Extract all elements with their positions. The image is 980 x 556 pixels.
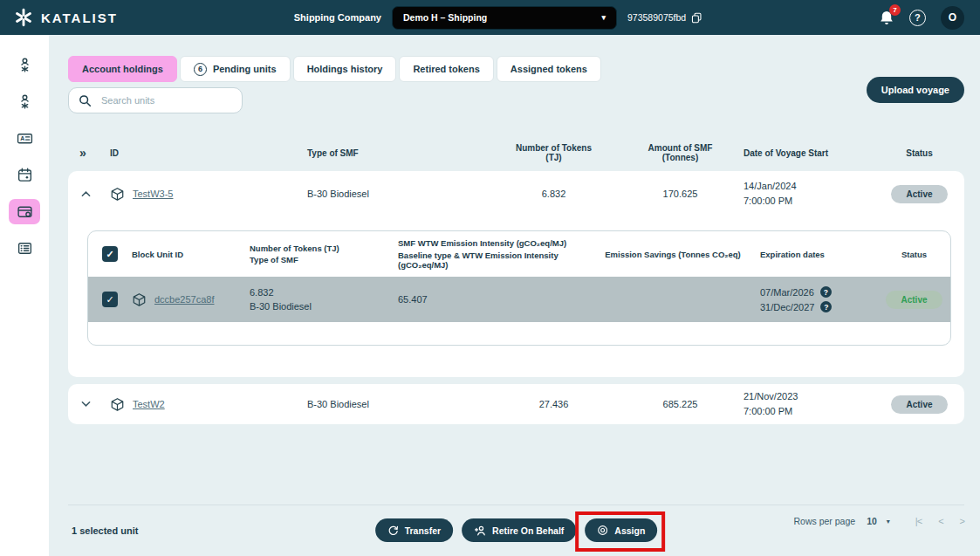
transfer-icon — [387, 525, 399, 536]
help-icon[interactable]: ? — [909, 10, 926, 26]
tab-assigned-tokens[interactable]: Assigned tokens — [497, 56, 601, 82]
row-checkbox[interactable]: ✓ — [102, 292, 118, 307]
sidebar-item-members-user-icon[interactable] — [9, 89, 40, 114]
tab-retired-tokens[interactable]: Retired tokens — [399, 56, 493, 82]
col-intensity: SMF WTW Emission Intensity (gCO₂eq/MJ) B… — [398, 237, 586, 272]
upload-voyage-button[interactable]: Upload voyage — [867, 77, 964, 103]
cell-date-line1: 14/Jan/2024 — [744, 181, 797, 191]
svg-text:A: A — [20, 135, 24, 141]
tab-bar: Account holdings 6 Pending units Holding… — [68, 56, 964, 82]
block-units-header: ✓ Block Unit ID Number of Tokens (TJ) Ty… — [88, 231, 950, 277]
block-unit-id-link[interactable]: dccbe257ca8f — [154, 294, 215, 305]
sidebar-item-calendar-icon[interactable] — [9, 162, 40, 188]
sidebar-item-emissions-user-icon[interactable] — [9, 52, 40, 78]
status-badge: Active — [891, 395, 947, 414]
company-selected-value: Demo H – Shipping — [403, 12, 487, 23]
cell-intensity: 65.407 — [398, 294, 586, 305]
col-type: Type of SMF — [307, 148, 490, 158]
expand-all-icon[interactable]: » — [68, 146, 110, 160]
collapse-row-chevron-up-icon[interactable] — [68, 190, 110, 197]
tab-account-holdings[interactable]: Account holdings — [68, 56, 177, 82]
expiration-date-1: 07/Mar/2026 — [760, 287, 814, 298]
top-header: KATALIST Shipping Company Demo H – Shipp… — [0, 0, 980, 35]
expand-row-chevron-down-icon[interactable] — [68, 401, 110, 408]
user-avatar[interactable]: O — [941, 6, 964, 30]
transfer-button[interactable]: Transfer — [375, 518, 453, 542]
unit-cube-icon — [110, 397, 125, 412]
status-badge: Active — [891, 185, 947, 203]
col-tokens-line1: Number of Tokens — [516, 143, 592, 153]
table-row: TestW2 B-30 Biodiesel 27.436 685.225 21/… — [68, 384, 964, 424]
unit-cube-icon — [132, 292, 147, 307]
retire-on-behalf-button[interactable]: Retire On Behalf — [462, 518, 576, 542]
account-id-value: 973589075fbd — [627, 12, 686, 23]
chevron-down-icon: ▾ — [601, 13, 606, 22]
rows-per-page-value[interactable]: 10 — [867, 516, 877, 526]
tab-label: Holdings history — [307, 64, 383, 74]
table-row: TestW3-5 B-30 Biodiesel 6.832 170.625 14… — [68, 171, 964, 377]
unit-id-link[interactable]: TestW3-5 — [133, 189, 173, 199]
cell-date-line2: 7:00:00 PM — [744, 406, 792, 416]
previous-page-icon[interactable]: < — [938, 516, 942, 526]
col-amount-line1: Amount of SMF — [648, 143, 713, 153]
col-sub-tokens-line2: Type of SMF — [250, 255, 398, 264]
company-select-dropdown[interactable]: Demo H – Shipping ▾ — [392, 6, 617, 30]
expiration-help-icon[interactable]: ? — [820, 301, 832, 312]
col-savings: Emission Savings (Tonnes CO₂eq) — [586, 250, 760, 259]
rows-per-page-label: Rows per page — [794, 516, 856, 526]
retire-person-icon — [474, 525, 486, 537]
katalist-logo-icon — [14, 8, 33, 27]
brand-name: KATALIST — [41, 10, 118, 25]
col-date: Date of Voyage Start — [744, 148, 874, 158]
cell-date: 21/Nov/2023 7:00:00 PM — [744, 389, 874, 419]
cell-sub-tokens: 6.832 — [250, 287, 398, 298]
rows-per-page-caret-icon[interactable]: ▾ — [887, 518, 890, 525]
notification-count-badge: 7 — [889, 4, 901, 16]
select-all-checkbox[interactable]: ✓ — [102, 246, 118, 262]
block-units-card: ✓ Block Unit ID Number of Tokens (TJ) Ty… — [87, 230, 951, 346]
first-page-icon[interactable]: |< — [915, 516, 922, 526]
assign-button[interactable]: Assign — [585, 518, 657, 542]
col-tokens-line2: (TJ) — [545, 153, 561, 162]
pending-count-badge: 6 — [194, 63, 207, 76]
cell-amount: 170.625 — [617, 189, 744, 199]
expiration-help-icon[interactable]: ? — [820, 286, 832, 298]
cell-type: B-30 Biodiesel — [307, 399, 490, 409]
assign-label: Assign — [614, 525, 645, 536]
copy-icon[interactable] — [691, 12, 702, 24]
col-amount: Amount of SMF (Tonnes) — [617, 143, 744, 162]
col-sub-tokens: Number of Tokens (TJ) Type of SMF — [250, 241, 398, 267]
tab-pending-units[interactable]: 6 Pending units — [180, 56, 291, 82]
block-unit-row-selected: ✓ dccbe257ca8f 6.832 B-30 Biodiesel 6 — [88, 277, 950, 322]
sidebar-item-holdings-wallet-icon[interactable] — [9, 199, 40, 224]
tab-label: Assigned tokens — [511, 64, 587, 74]
next-page-icon[interactable]: > — [960, 516, 964, 526]
cell-tokens: 6.832 — [490, 189, 617, 199]
sidebar-item-id-card-icon[interactable]: A — [9, 126, 40, 151]
company-type-label: Shipping Company — [294, 12, 381, 23]
cell-date-line1: 21/Nov/2023 — [744, 391, 798, 402]
tab-label: Retired tokens — [413, 64, 479, 74]
notifications-bell-icon[interactable]: 7 — [879, 10, 894, 26]
left-sidebar: A — [0, 35, 49, 556]
bulk-actions: Transfer Retire On Behalf — [375, 518, 658, 542]
cell-tokens: 27.436 — [490, 399, 617, 409]
expiration-date-2: 31/Dec/2027 — [760, 302, 814, 312]
tab-holdings-history[interactable]: Holdings history — [293, 56, 397, 82]
table-header: » ID Type of SMF Number of Tokens (TJ) A… — [68, 136, 964, 171]
unit-id-link[interactable]: TestW2 — [133, 399, 165, 409]
cell-sub-type: B-30 Biodiesel — [250, 301, 398, 312]
cell-date-line2: 7:00:00 PM — [744, 196, 792, 206]
col-intensity-line1: SMF WTW Emission Intensity (gCO₂eq/MJ) — [398, 238, 586, 248]
col-amount-line2: (Tonnes) — [662, 153, 698, 162]
col-sub-tokens-line1: Number of Tokens (TJ) — [250, 244, 398, 253]
search-box — [68, 87, 243, 113]
pagination: Rows per page 10 ▾ |< < > — [794, 516, 964, 526]
main-content: Account holdings 6 Pending units Holding… — [68, 35, 964, 556]
selected-count-text: 1 selected unit — [68, 525, 138, 536]
search-input[interactable] — [99, 94, 232, 106]
transfer-label: Transfer — [405, 525, 441, 536]
unit-cube-icon — [110, 187, 125, 202]
cell-type: B-30 Biodiesel — [307, 189, 490, 199]
sidebar-item-records-list-icon[interactable] — [9, 236, 40, 261]
